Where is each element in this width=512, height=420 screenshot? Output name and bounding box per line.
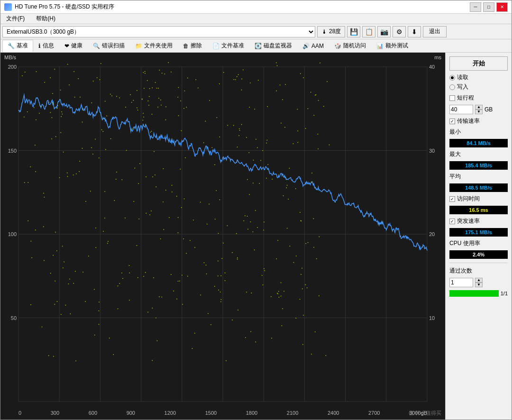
short-stroke-checkbox[interactable]: 短行程	[449, 94, 508, 102]
tab-filebench-label: 文件基准	[221, 42, 244, 50]
main-chart-canvas	[0, 62, 445, 406]
menu-bar: 文件(F) 帮助(H)	[0, 14, 512, 24]
maximize-button[interactable]: □	[483, 2, 494, 12]
read-radio[interactable]: 读取	[449, 73, 508, 82]
menu-file[interactable]: 文件(F)	[2, 14, 28, 24]
pass-indicator: 1/1	[449, 290, 508, 297]
pass-count-label: 通过次数	[449, 267, 508, 275]
burst-box: ✓	[449, 219, 455, 224]
burst-checkbox[interactable]: ✓ 突发速率	[449, 217, 508, 225]
cpu-label: CPU 使用率	[449, 239, 508, 247]
tab-aam[interactable]: 🔊 AAM	[297, 40, 329, 52]
tab-extra-icon: 📊	[376, 43, 384, 49]
access-time-label: 访问时间	[457, 195, 480, 203]
x-label-1200: 1200	[165, 410, 176, 416]
menu-help[interactable]: 帮助(H)	[32, 14, 59, 24]
chart-area: MB/s ms 0 300 600 900 1200 1500 1800 210…	[0, 53, 445, 420]
x-axis-labels: 0 300 600 900 1200 1500 1800 2100 2400 2…	[4, 410, 441, 416]
settings-icon-btn[interactable]: ⚙	[393, 26, 406, 37]
tab-random-icon: 🎲	[334, 43, 341, 49]
write-label: 写入	[457, 83, 468, 91]
y-axis-label-right: ms	[434, 55, 441, 60]
thermometer-icon: 🌡	[321, 28, 327, 35]
cpu-value: 2.4%	[449, 250, 508, 259]
read-radio-circle	[449, 75, 455, 81]
read-label: 读取	[457, 73, 468, 82]
tab-info[interactable]: ℹ 信息	[33, 40, 59, 52]
chart-header: MB/s ms	[0, 53, 445, 62]
y-axis-label-left: MB/s	[4, 55, 16, 60]
read-write-group: 读取 写入	[449, 73, 508, 91]
avg-value: 148.5 MB/s	[449, 183, 508, 192]
tab-folder-icon: 📁	[135, 43, 142, 49]
chart-footer: 0 300 600 900 1200 1500 1800 2100 2400 2…	[0, 406, 445, 420]
pass-count-input[interactable]	[449, 278, 473, 287]
tab-health-label: 健康	[71, 42, 82, 50]
pass-progress-bar	[449, 290, 499, 297]
tab-erase[interactable]: 🗑 擦除	[178, 40, 207, 52]
minimize-button[interactable]: ─	[470, 2, 481, 12]
options-group: 短行程	[449, 94, 508, 102]
photo-icon-btn[interactable]: 📷	[377, 26, 391, 37]
pass-count-row: ▲ ▼	[449, 278, 508, 287]
copy-icon-btn[interactable]: 📋	[362, 26, 375, 37]
transfer-rate-checkbox[interactable]: ✓ 传输速率	[449, 117, 508, 125]
tab-folder[interactable]: 📁 文件夹使用	[130, 40, 178, 52]
transfer-rate-box: ✓	[449, 119, 455, 124]
tab-info-icon: ℹ	[38, 43, 41, 49]
tab-diskmonitor[interactable]: 💽 磁盘监视器	[249, 40, 297, 52]
pass-progress-text: 1/1	[501, 291, 508, 296]
tab-aam-icon: 🔊	[302, 43, 310, 49]
max-value: 185.4 MB/s	[449, 161, 508, 170]
x-label-2100: 2100	[287, 410, 298, 416]
tab-random[interactable]: 🎲 随机访问	[329, 40, 371, 52]
tab-error-icon: 🔍	[93, 43, 100, 49]
pass-down-btn[interactable]: ▼	[475, 283, 483, 287]
tab-basic-icon: 🔧	[8, 43, 15, 49]
transfer-rate-group: ✓ 传输速率	[449, 117, 508, 125]
access-time-checkbox[interactable]: ✓ 访问时间	[449, 195, 508, 203]
x-label-2400: 2400	[328, 410, 339, 416]
pass-up-btn[interactable]: ▲	[475, 278, 483, 283]
tab-folder-label: 文件夹使用	[144, 42, 173, 50]
short-stroke-box	[449, 95, 455, 101]
exit-button[interactable]: 退出	[423, 26, 447, 37]
write-radio[interactable]: 写入	[449, 83, 508, 91]
tab-error[interactable]: 🔍 错误扫描	[88, 40, 130, 52]
gb-down-btn[interactable]: ▼	[475, 110, 483, 114]
tab-basic[interactable]: 🔧 基准	[2, 40, 33, 52]
tab-health-icon: ❤	[64, 43, 69, 49]
tab-info-label: 信息	[43, 42, 54, 50]
divider	[449, 263, 508, 263]
write-radio-circle	[449, 84, 455, 90]
tab-extra[interactable]: 📊 额外测试	[371, 40, 413, 52]
gb-up-btn[interactable]: ▲	[475, 105, 483, 110]
watermark-text: 值 什么值得买	[409, 410, 441, 416]
tab-filebench[interactable]: 📄 文件基准	[207, 40, 249, 52]
max-label: 最大	[449, 150, 508, 158]
short-label: 短行程	[457, 94, 474, 102]
tab-filebench-icon: 📄	[212, 43, 219, 49]
gb-unit-label: GB	[485, 106, 493, 113]
temperature-display: 🌡 28度	[317, 26, 345, 37]
download-icon-btn[interactable]: ⬇	[408, 26, 421, 37]
tab-health[interactable]: ❤ 健康	[59, 40, 88, 52]
tab-error-label: 错误扫描	[102, 42, 125, 50]
access-time-box: ✓	[449, 196, 455, 202]
save-icon-btn[interactable]: 💾	[347, 26, 360, 37]
access-time-value: 16.5 ms	[449, 206, 508, 214]
x-label-0: 0	[18, 410, 21, 416]
close-button[interactable]: ✕	[496, 2, 508, 12]
drive-select[interactable]: ExternalUSB3.0（3000 gB）	[2, 26, 315, 37]
chart-canvas-wrapper	[0, 62, 445, 406]
watermark: 值 什么值得买	[409, 410, 441, 417]
burst-label: 突发速率	[457, 217, 480, 225]
tab-aam-label: AAM	[311, 43, 324, 49]
gb-input[interactable]	[449, 105, 473, 114]
title-bar-left: HD Tune Pro 5.75 - 硬盘/SSD 实用程序	[4, 3, 114, 11]
window-title: HD Tune Pro 5.75 - 硬盘/SSD 实用程序	[15, 3, 114, 11]
tab-bar: 🔧 基准 ℹ 信息 ❤ 健康 🔍 错误扫描 📁 文件夹使用 🗑 擦除 📄 文件基…	[0, 39, 512, 53]
avg-label: 平均	[449, 173, 508, 181]
tab-diskmonitor-label: 磁盘监视器	[264, 42, 292, 50]
start-button[interactable]: 开始	[449, 56, 508, 71]
